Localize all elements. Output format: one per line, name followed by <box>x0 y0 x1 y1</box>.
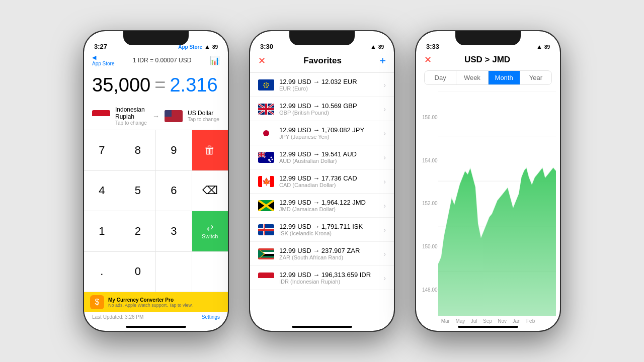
list-item[interactable]: 12.99 USD → 1,964.122 JMD JMD (Jamaican … <box>250 194 394 218</box>
chevron-right-icon: › <box>383 226 386 234</box>
key-6[interactable]: 6 <box>156 171 192 212</box>
key-dot[interactable]: . <box>84 252 120 293</box>
status-time-3: 3:33 <box>426 43 439 50</box>
favorites-header: ✕ Favorites + <box>250 53 394 72</box>
y-label-5: 156.00 <box>422 115 436 120</box>
svg-point-1 <box>266 84 267 85</box>
key-1[interactable]: 1 <box>84 211 120 252</box>
ad-subtitle: No ads. Apple Watch support. Tap to view… <box>108 303 193 308</box>
chart-title: USD > JMD <box>432 55 543 65</box>
fav-text-au: 12.99 USD → 19.541 AUD AUD (Australian D… <box>279 150 378 164</box>
eu-flag <box>258 79 274 90</box>
tab-week[interactable]: Week <box>456 71 488 84</box>
favorites-title: Favorites <box>303 56 342 66</box>
ca-flag: 🍁 <box>258 176 274 187</box>
add-favorite-button[interactable]: + <box>379 54 386 67</box>
svg-point-5 <box>267 86 268 87</box>
list-item[interactable]: 12.99 USD → 1,709.082 JPY JPY (Japanese … <box>250 121 394 145</box>
x-label-sep: Sep <box>483 318 492 324</box>
phone-2: 3:30 ▲ 89 ✕ Favorites + <box>249 30 395 332</box>
y-label-3: 152.00 <box>422 201 436 206</box>
battery-label-3: 89 <box>544 44 550 50</box>
chart-icon[interactable]: 📊 <box>210 56 220 65</box>
svg-point-9 <box>264 82 265 83</box>
status-time-1: 3:27 <box>94 43 107 50</box>
status-icons-2: ▲ 89 <box>370 43 384 50</box>
close-button[interactable]: ✕ <box>258 55 266 66</box>
key-switch[interactable]: ⇄ Switch <box>192 211 228 252</box>
status-time-2: 3:30 <box>260 43 273 50</box>
tab-day[interactable]: Day <box>425 71 456 84</box>
fav-conversion-eu: 12.99 USD → 12.032 EUR <box>279 78 378 85</box>
list-item[interactable]: 12.99 USD → 196,313.659 IDR IDR (Indones… <box>250 266 394 290</box>
fav-conversion-jm: 12.99 USD → 1,964.122 JMD <box>279 199 378 206</box>
back-arrow-icon: ◀ <box>92 54 96 61</box>
list-item[interactable]: 🍁 12.99 USD → 17.736 CAD CAD (Canadian D… <box>250 169 394 194</box>
key-4[interactable]: 4 <box>84 171 120 212</box>
from-currency-tap: Tap to change <box>115 120 147 126</box>
chevron-right-icon: › <box>383 250 386 258</box>
svg-rect-54 <box>258 257 274 259</box>
list-item[interactable]: 12.99 USD → 19.541 AUD AUD (Australian D… <box>250 145 394 169</box>
chevron-right-icon: › <box>383 153 386 161</box>
tab-month[interactable]: Month <box>488 71 520 84</box>
rate-label: 1 IDR = 0.00007 USD <box>114 57 210 64</box>
chart-svg-wrapper: 156.00 154.00 152.00 150.00 148.00 <box>420 91 556 316</box>
svg-point-2 <box>266 82 267 83</box>
key-empty-2 <box>192 252 228 293</box>
wifi-icon-3: ▲ <box>536 43 542 50</box>
from-currency-row[interactable]: Indonesian Rupiah Tap to change → US Dol… <box>84 102 228 130</box>
ad-banner[interactable]: $ My Currency Converter Pro No ads. Appl… <box>84 292 228 312</box>
x-label-mar: Mar <box>441 318 450 324</box>
chevron-right-icon: › <box>383 177 386 186</box>
key-0[interactable]: 0 <box>120 252 156 293</box>
tab-year[interactable]: Year <box>520 71 551 84</box>
svg-rect-46 <box>258 229 274 231</box>
list-item[interactable]: 12.99 USD → 1,791.711 ISK ISK (Icelandic… <box>250 218 394 242</box>
fav-conversion-ca: 12.99 USD → 17.736 CAD <box>279 174 378 182</box>
bottom-bar-1: Last Updated: 3:26 PM Settings <box>84 312 228 324</box>
chart-area: 156.00 154.00 152.00 150.00 148.00 <box>416 91 560 324</box>
back-link[interactable]: ◀ App Store <box>92 54 114 66</box>
key-delete[interactable]: 🗑 <box>192 130 228 171</box>
fav-text-jp: 12.99 USD → 1,709.082 JPY JPY (Japanese … <box>279 126 378 140</box>
key-5[interactable]: 5 <box>120 171 156 212</box>
fav-text-za: 12.99 USD → 237.907 ZAR ZAR (South Afric… <box>279 247 378 260</box>
key-2[interactable]: 2 <box>120 211 156 252</box>
key-backspace[interactable]: ⌫ <box>192 171 228 212</box>
top-bar-1: ◀ App Store 1 IDR = 0.00007 USD 📊 <box>84 53 228 70</box>
key-7[interactable]: 7 <box>84 130 120 171</box>
fav-name-gb: GBP (British Pound) <box>279 110 378 116</box>
fav-name-ca: CAD (Canadian Dollar) <box>279 182 378 188</box>
list-item[interactable]: 12.99 USD → 10.569 GBP GBP (British Poun… <box>250 97 394 121</box>
to-currency-tap: Tap to change <box>188 117 220 122</box>
y-label-4: 154.00 <box>422 158 436 163</box>
svg-point-32 <box>270 160 271 162</box>
x-label-nov: Nov <box>498 318 507 324</box>
svg-rect-18 <box>258 108 274 110</box>
settings-link[interactable]: Settings <box>202 314 220 320</box>
x-label-may: May <box>455 318 465 324</box>
list-item[interactable]: 12.99 USD → 237.907 ZAR ZAR (South Afric… <box>250 242 394 266</box>
equals-sign: = <box>154 74 166 96</box>
ad-text-block: My Currency Converter Pro No ads. Apple … <box>108 297 193 308</box>
key-3[interactable]: 3 <box>156 211 192 252</box>
x-axis-labels: Mar May Jul Sep Nov Jan Feb <box>420 316 556 324</box>
fav-text-gb: 12.99 USD → 10.569 GBP GBP (British Poun… <box>279 102 378 116</box>
fav-text-eu: 12.99 USD → 12.032 EUR EUR (Euro) <box>279 78 378 92</box>
key-9[interactable]: 9 <box>156 130 192 171</box>
chevron-right-icon: › <box>383 105 386 113</box>
converter-input: 35,000 <box>92 74 150 96</box>
notch-2 <box>289 31 355 45</box>
chart-close-button[interactable]: ✕ <box>424 54 432 65</box>
app-store-link: App Store <box>92 61 114 66</box>
x-label-jul: Jul <box>471 318 477 324</box>
keypad: 7 8 9 🗑 4 5 6 ⌫ 1 2 3 ⇄ Switch . 0 <box>84 130 228 292</box>
key-8[interactable]: 8 <box>120 130 156 171</box>
fav-conversion-za: 12.99 USD → 237.907 ZAR <box>279 247 378 254</box>
list-item[interactable]: 12.99 USD → 12.032 EUR EUR (Euro) › <box>250 73 394 97</box>
svg-point-3 <box>267 82 268 83</box>
svg-point-8 <box>263 84 264 85</box>
switch-icon: ⇄ <box>207 223 213 232</box>
key-empty <box>156 252 192 293</box>
